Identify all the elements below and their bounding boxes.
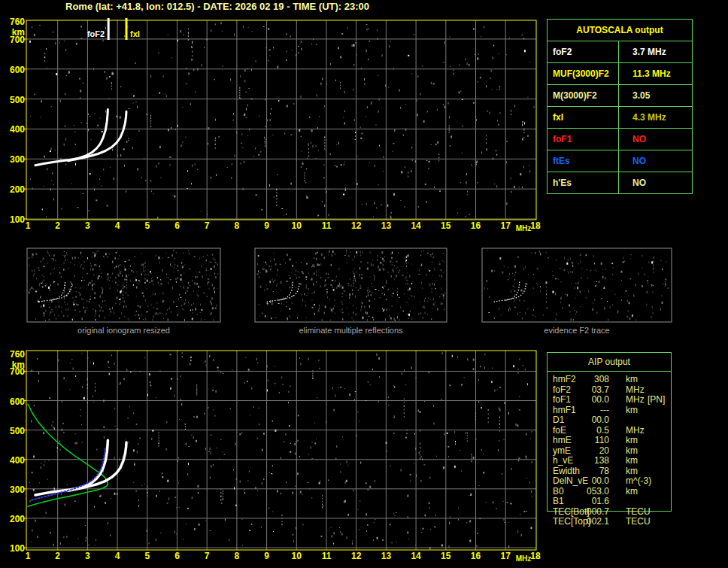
noise-dot <box>257 363 258 363</box>
noise-dot <box>268 28 269 30</box>
noise-dot <box>308 454 309 455</box>
noise-dot <box>143 295 144 297</box>
noise-dot <box>109 280 110 281</box>
noise-dot <box>150 384 151 386</box>
noise-dot <box>80 415 81 416</box>
noise-dot <box>593 302 593 304</box>
noise-dot <box>159 146 161 148</box>
noise-dot <box>305 172 305 174</box>
noise-dot <box>467 194 468 195</box>
noise-dot <box>324 312 325 314</box>
noise-dot <box>418 206 419 208</box>
noise-dot <box>528 97 529 98</box>
noise-dot <box>635 319 636 320</box>
noise-dot <box>413 281 414 281</box>
noise-dot <box>182 356 183 357</box>
noise-dot <box>425 515 426 516</box>
noise-dot <box>273 291 274 292</box>
noise-dot <box>472 454 472 455</box>
noise-dot <box>334 409 335 412</box>
noise-dot <box>265 141 265 142</box>
noise-dot <box>147 394 148 396</box>
noise-dot <box>326 84 327 85</box>
noise-dot <box>346 295 347 296</box>
noise-dot <box>65 50 66 51</box>
noise-dot <box>369 290 370 292</box>
noise-dot <box>80 38 82 39</box>
noise-dot <box>372 260 373 261</box>
noise-dot <box>405 284 406 284</box>
noise-dot <box>257 438 258 439</box>
noise-dot <box>49 314 50 315</box>
noise-dot <box>321 254 323 256</box>
noise-dot <box>182 107 183 108</box>
noise-dot <box>349 296 350 299</box>
noise-dot <box>148 275 149 275</box>
noise-dot <box>301 136 302 137</box>
noise-dot <box>138 284 139 284</box>
noise-dot <box>136 424 138 425</box>
noise-dot <box>232 163 232 165</box>
noise-dot <box>101 287 102 288</box>
noise-dot <box>151 305 152 305</box>
noise-dot <box>206 270 207 271</box>
noise-dot <box>271 289 271 290</box>
noise-dot <box>67 254 68 255</box>
noise-dot <box>120 293 121 294</box>
noise-dot <box>444 41 445 44</box>
noise-dot <box>532 497 532 497</box>
noise-dot <box>528 135 529 137</box>
noise-dot <box>192 59 193 60</box>
noise-dot <box>42 260 43 260</box>
noise-dot <box>115 257 116 260</box>
noise-dot <box>235 154 235 156</box>
noise-dot <box>94 113 95 114</box>
noise-dot <box>475 54 475 55</box>
noise-dot <box>206 260 207 261</box>
noise-dot <box>421 264 422 266</box>
noise-dot <box>518 369 519 369</box>
noise-dot <box>508 279 508 280</box>
noise-dot <box>239 87 240 89</box>
noise-dot <box>341 164 342 166</box>
noise-dot <box>595 285 596 287</box>
noise-dot <box>390 315 390 317</box>
noise-dot <box>411 318 412 320</box>
noise-dot <box>344 162 345 163</box>
noise-dot <box>54 315 55 316</box>
noise-dot <box>404 409 405 411</box>
noise-dot <box>158 281 159 284</box>
noise-dot <box>230 78 231 80</box>
noise-dot <box>41 261 41 263</box>
noise-dot <box>177 533 177 535</box>
noise-dot <box>53 272 53 273</box>
noise-dot <box>416 378 417 378</box>
noise-dot <box>335 253 335 255</box>
noise-dot <box>367 319 368 321</box>
noise-dot <box>330 320 331 321</box>
noise-dot <box>332 286 333 288</box>
noise-dot <box>239 433 241 435</box>
noise-dot <box>388 396 389 398</box>
noise-dot <box>483 454 484 454</box>
noise-dot <box>53 269 53 270</box>
noise-dot <box>349 256 350 257</box>
noise-dot <box>206 275 207 275</box>
noise-dot <box>322 495 323 497</box>
noise-dot <box>32 472 32 473</box>
noise-dot <box>312 372 313 374</box>
noise-dot <box>648 282 648 284</box>
noise-dot <box>213 390 214 391</box>
table-row: h'Es NO <box>548 172 693 194</box>
noise-dot <box>187 170 188 172</box>
noise-dot <box>311 44 312 44</box>
noise-dot <box>120 382 121 384</box>
noise-dot <box>159 445 159 447</box>
noise-dot <box>86 289 87 290</box>
noise-dot <box>338 317 339 318</box>
noise-dot <box>102 293 102 294</box>
noise-dot <box>222 66 223 67</box>
noise-dot <box>416 99 417 102</box>
noise-dot <box>135 278 135 279</box>
table-row: fxI 4.3 MHz <box>548 107 693 129</box>
